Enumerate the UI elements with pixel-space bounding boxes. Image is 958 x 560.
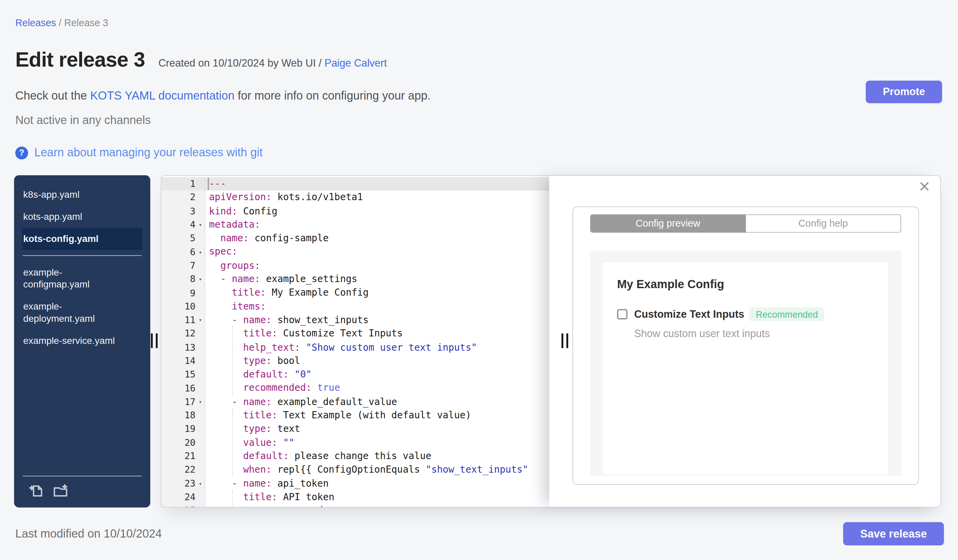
breadcrumb-releases-link[interactable]: Releases <box>15 18 56 28</box>
code-text[interactable]: title: API token <box>205 490 549 504</box>
code-line[interactable]: 1▾--- <box>161 177 549 191</box>
author-link[interactable]: Paige Calvert <box>325 57 387 69</box>
checkbox-label[interactable]: Customize Text Inputs <box>634 308 744 320</box>
line-number[interactable]: 11▾ <box>161 313 205 327</box>
code-text[interactable]: default: please change this value <box>205 449 549 463</box>
code-line[interactable]: 19▾ type: text <box>161 422 549 436</box>
code-text[interactable]: - name: api_token <box>205 477 549 490</box>
code-line[interactable]: 4▾metadata: <box>161 218 549 231</box>
code-line[interactable]: 7▾ groups: <box>161 259 549 272</box>
code-line[interactable]: 11▾ - name: show_text_inputs <box>161 313 549 327</box>
tab-config-help[interactable]: Config help <box>745 214 901 233</box>
code-line[interactable]: 20▾ value: "" <box>161 436 549 449</box>
code-text[interactable]: spec: <box>205 245 549 259</box>
code-line[interactable]: 18▾ title: Text Example (with default va… <box>161 408 549 422</box>
code-text[interactable]: title: Customize Text Inputs <box>205 327 549 340</box>
line-number[interactable]: 25▾ <box>161 504 205 507</box>
line-number[interactable]: 24▾ <box>161 490 205 504</box>
fold-arrow-icon[interactable]: ▾ <box>196 399 205 405</box>
save-release-button[interactable]: Save release <box>843 522 944 546</box>
code-line[interactable]: 5▾ name: config-sample <box>161 231 549 245</box>
code-text[interactable]: apiVersion: kots.io/v1beta1 <box>205 191 549 204</box>
line-number[interactable]: 23▾ <box>161 477 205 490</box>
tab-config-preview[interactable]: Config preview <box>590 214 745 233</box>
code-line[interactable]: 13▾ help_text: "Show custom user text in… <box>161 340 549 354</box>
line-number[interactable]: 20▾ <box>161 436 205 449</box>
fold-arrow-icon[interactable]: ▾ <box>196 221 205 228</box>
code-line[interactable]: 8▾ - name: example_settings <box>161 272 549 286</box>
code-line[interactable]: 22▾ when: repl{{ ConfigOptionEquals "sho… <box>161 463 549 477</box>
yaml-editor[interactable]: 1▾---2▾apiVersion: kots.io/v1beta13▾kind… <box>161 176 549 507</box>
fold-arrow-icon[interactable]: ▾ <box>196 276 205 282</box>
line-number[interactable]: 21▾ <box>161 449 205 463</box>
fold-arrow-icon[interactable]: ▾ <box>196 481 205 487</box>
code-line[interactable]: 10▾ items: <box>161 300 549 313</box>
new-file-icon[interactable] <box>29 483 44 499</box>
line-number[interactable]: 6▾ <box>161 245 205 259</box>
code-line[interactable]: 9▾ title: My Example Config <box>161 286 549 300</box>
new-folder-icon[interactable] <box>53 483 69 499</box>
code-line[interactable]: 16▾ recommended: true <box>161 381 549 395</box>
preview-resize-handle[interactable] <box>561 333 568 348</box>
line-number[interactable]: 10▾ <box>161 300 205 313</box>
code-text[interactable]: items: <box>205 300 549 313</box>
code-line[interactable]: 23▾ - name: api_token <box>161 477 549 490</box>
code-text[interactable]: when: repl{{ ConfigOptionEquals "show_te… <box>205 463 549 477</box>
line-number[interactable]: 15▾ <box>161 368 205 381</box>
line-number[interactable]: 13▾ <box>161 340 205 354</box>
code-line[interactable]: 25▾ type: password <box>161 504 549 507</box>
git-help-link[interactable]: Learn about managing your releases with … <box>34 146 263 160</box>
line-number[interactable]: 9▾ <box>161 286 205 300</box>
line-number[interactable]: 18▾ <box>161 408 205 422</box>
code-text[interactable]: default: "0" <box>205 368 549 381</box>
code-line[interactable]: 14▾ type: bool <box>161 354 549 368</box>
line-number[interactable]: 16▾ <box>161 381 205 395</box>
code-text[interactable]: recommended: true <box>205 381 549 395</box>
code-line[interactable]: 2▾apiVersion: kots.io/v1beta1 <box>161 191 549 204</box>
line-number[interactable]: 17▾ <box>161 395 205 408</box>
line-number[interactable]: 22▾ <box>161 463 205 477</box>
line-number[interactable]: 8▾ <box>161 272 205 286</box>
file-item[interactable]: k8s-app.yaml <box>22 184 143 206</box>
kots-docs-link[interactable]: KOTS YAML documentation <box>90 89 235 102</box>
code-text[interactable]: kind: Config <box>205 204 549 218</box>
code-line[interactable]: 24▾ title: API token <box>161 490 549 504</box>
file-item[interactable]: example-deployment.yaml <box>22 296 143 330</box>
line-number[interactable]: 4▾ <box>161 218 205 231</box>
code-text[interactable]: groups: <box>205 259 549 272</box>
file-item[interactable]: kots-config.yaml <box>22 228 143 250</box>
line-number[interactable]: 2▾ <box>161 191 205 204</box>
code-text[interactable]: - name: example_settings <box>205 272 549 286</box>
code-line[interactable]: 12▾ title: Customize Text Inputs <box>161 327 549 340</box>
checkbox[interactable] <box>617 309 628 320</box>
fold-arrow-icon[interactable]: ▾ <box>196 317 205 323</box>
line-number[interactable]: 3▾ <box>161 204 205 218</box>
code-text[interactable]: type: bool <box>205 354 549 368</box>
sidebar-resize-handle[interactable] <box>151 333 158 348</box>
code-text[interactable]: type: password <box>205 504 549 507</box>
code-line[interactable]: 6▾spec: <box>161 245 549 259</box>
code-line[interactable]: 17▾ - name: example_default_value <box>161 395 549 408</box>
file-item[interactable]: example-service.yaml <box>22 330 143 352</box>
code-text[interactable]: --- <box>205 177 549 191</box>
line-number[interactable]: 1▾ <box>161 177 205 191</box>
code-text[interactable]: - name: show_text_inputs <box>205 313 549 327</box>
close-icon[interactable]: ✕ <box>918 179 931 194</box>
line-number[interactable]: 12▾ <box>161 327 205 340</box>
code-text[interactable]: value: "" <box>205 436 549 449</box>
line-number[interactable]: 7▾ <box>161 259 205 272</box>
code-text[interactable]: name: config-sample <box>205 231 549 245</box>
code-line[interactable]: 15▾ default: "0" <box>161 368 549 381</box>
file-item[interactable]: example-configmap.yaml <box>22 261 143 296</box>
code-text[interactable]: title: Text Example (with default value) <box>205 408 549 422</box>
promote-button[interactable]: Promote <box>866 81 942 103</box>
code-text[interactable]: title: My Example Config <box>205 286 549 300</box>
file-item[interactable]: kots-app.yaml <box>22 206 143 228</box>
line-number[interactable]: 19▾ <box>161 422 205 436</box>
code-text[interactable]: - name: example_default_value <box>205 395 549 408</box>
line-number[interactable]: 14▾ <box>161 354 205 368</box>
code-line[interactable]: 3▾kind: Config <box>161 204 549 218</box>
question-mark-icon[interactable]: ? <box>15 146 28 159</box>
code-text[interactable]: metadata: <box>205 218 549 231</box>
fold-arrow-icon[interactable]: ▾ <box>196 249 205 255</box>
